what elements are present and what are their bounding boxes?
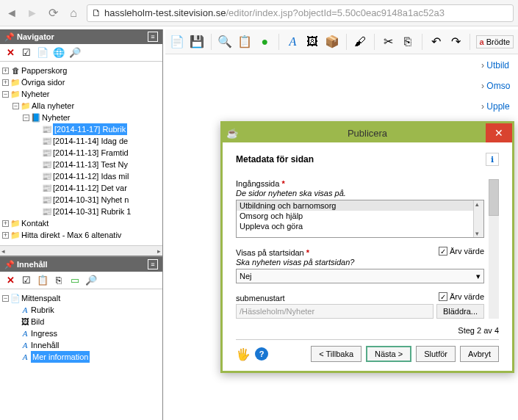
tree-item-article[interactable]: 📰[2014-10-31] Nyhet n	[1, 194, 162, 206]
cut-icon[interactable]: ✂	[381, 34, 396, 50]
list-item[interactable]: Utbildning och barnomsorg	[237, 200, 483, 211]
tree-item-trash[interactable]: +🗑Papperskorg	[1, 65, 162, 76]
find-icon[interactable]: 🔎	[69, 47, 81, 59]
back-button[interactable]: ◄	[4, 6, 19, 21]
panel-menu-icon[interactable]: ≡	[148, 32, 158, 42]
next-button[interactable]: Nästa >	[366, 346, 411, 362]
url-host: hassleholm-test.sitevision.se	[104, 7, 226, 18]
forward-button[interactable]: ►	[25, 6, 40, 21]
field-label: Visas på startsidan *	[236, 248, 309, 257]
publish-icon[interactable]: ●	[257, 34, 273, 50]
check-icon[interactable]: ☑	[21, 275, 32, 286]
check-icon[interactable]: ☑	[21, 47, 32, 59]
globe-icon[interactable]: 🌐	[53, 47, 65, 59]
reload-button[interactable]: ⟳	[46, 6, 60, 21]
style-selector[interactable]: aBrödte	[476, 35, 514, 48]
finish-button[interactable]: Slutför	[416, 346, 456, 362]
dialog-title: Publicera	[348, 128, 387, 139]
navigator-toolbar: ✕ ☑ 📄 🌐 🔎	[0, 44, 162, 62]
section-header: Metadata för sidan	[236, 154, 314, 164]
left-column: 📌 Navigator ≡ ✕ ☑ 📄 🌐 🔎 +🗑Papperskorg +📁…	[0, 29, 163, 420]
inherit-checkbox[interactable]: ✓Ärv värde	[439, 292, 484, 301]
browse-button[interactable]: Bläddra...	[436, 304, 484, 319]
url-path: /editor/index.jsp?objectId=5.50c0eac9148…	[226, 7, 444, 18]
clipboard-icon[interactable]: 📋	[37, 275, 48, 286]
home-button[interactable]: ⌂	[66, 6, 81, 21]
find-icon[interactable]: 🔎	[85, 275, 97, 286]
tree-item-article[interactable]: 📰[2014-11-12] Det var	[1, 182, 162, 194]
url-input[interactable]: 🗋 hassleholm-test.sitevision.se/editor/i…	[87, 4, 514, 22]
form-scroll-area: Ingångssida * De sidor nyheten ska visas…	[236, 179, 499, 319]
tree-item-article[interactable]: 📰[2014-10-31] Rubrik 1	[1, 206, 162, 217]
undo-icon[interactable]: ↶	[428, 34, 444, 50]
search-icon[interactable]: 🔍	[217, 34, 233, 50]
java-icon: ☕	[226, 126, 239, 140]
field-desc: De sidor nyheten ska visas på.	[236, 189, 484, 198]
delete-icon[interactable]: ✕	[4, 47, 16, 59]
delete-icon[interactable]: ✕	[4, 275, 16, 286]
copy-icon[interactable]: ⎘	[53, 275, 65, 286]
content-tree[interactable]: −📄Mittenspalt ARubrik 🖼Bild AIngress AIn…	[0, 289, 162, 366]
dialog-titlebar[interactable]: ☕ Publicera ✕	[223, 123, 512, 142]
page-icon[interactable]: 📄	[170, 34, 185, 50]
pin-icon: 📌	[4, 32, 15, 41]
list-item[interactable]: Uppleva och göra	[237, 221, 483, 231]
navigator-header: 📌 Navigator ≡	[0, 29, 162, 44]
tree-item-news[interactable]: −📁Nyheter	[1, 88, 162, 100]
chevron-down-icon: ▾	[476, 272, 481, 281]
wizard-buttons: 🖐 ? < Tillbaka Nästa > Slutför Avbryt	[236, 339, 499, 365]
ingang-listbox[interactable]: Utbildning och barnomsorg Omsorg och hjä…	[236, 200, 484, 238]
tree-item[interactable]: 🖼Bild	[1, 316, 162, 327]
tree-item-other[interactable]: +📁Övriga sidor	[1, 76, 162, 88]
box-icon[interactable]: ▭	[69, 275, 81, 286]
tree-item-article[interactable]: 📰[2014-11-17] Rubrik	[1, 123, 162, 135]
list-item[interactable]: Omsorg och hjälp	[237, 211, 483, 221]
brush-icon[interactable]: 🖌	[353, 34, 368, 50]
module-icon[interactable]: 📦	[325, 34, 340, 50]
doc-icon[interactable]: 📄	[37, 47, 48, 59]
link[interactable]: Upple	[481, 101, 510, 112]
inherit-checkbox[interactable]: ✓Ärv värde	[439, 247, 484, 256]
save-icon[interactable]: 💾	[190, 34, 205, 50]
redo-icon[interactable]: ↷	[448, 34, 464, 50]
close-button[interactable]: ✕	[486, 123, 512, 142]
content-panel: 📌 Innehåll ≡ ✕ ☑ 📋 ⎘ ▭ 🔎 −📄Mittenspalt A…	[0, 257, 162, 366]
navigator-panel: 📌 Navigator ≡ ✕ ☑ 📄 🌐 🔎 +🗑Papperskorg +📁…	[0, 29, 162, 257]
accessibility-icon[interactable]: 🖐	[236, 347, 251, 361]
tree-item-findfast[interactable]: +📁Hitta direkt - Max 6 altenativ	[1, 229, 162, 241]
startpage-select[interactable]: Nej ▾	[236, 269, 484, 283]
link[interactable]: Omso	[481, 81, 510, 91]
tree-item-root[interactable]: −📄Mittenspalt	[1, 292, 162, 304]
tree-item[interactable]: ARubrik	[1, 304, 162, 316]
font-icon[interactable]: A	[285, 34, 301, 50]
tree-item-allnews[interactable]: −📁Alla nyheter	[1, 100, 162, 112]
tree-item[interactable]: AMer information	[1, 351, 162, 363]
back-button[interactable]: < Tillbaka	[311, 346, 361, 362]
scrollbar-thumb[interactable]	[489, 179, 499, 216]
panel-menu-icon[interactable]: ≡	[148, 259, 158, 269]
h-scrollbar[interactable]: ◂▸	[0, 245, 162, 256]
info-icon[interactable]: ℹ	[486, 153, 499, 166]
tree-item-article[interactable]: 📰[2014-11-13] Framtid	[1, 147, 162, 159]
tree-item[interactable]: AInnehåll	[1, 339, 162, 351]
tree-item-article[interactable]: 📰[2014-11-14] Idag de	[1, 135, 162, 147]
image-icon[interactable]: 🖼	[305, 34, 320, 50]
copy-icon[interactable]: 📋	[237, 34, 253, 50]
listbox-scrollbar[interactable]	[473, 200, 483, 237]
tree-item[interactable]: AIngress	[1, 327, 162, 339]
tree-item-news2[interactable]: −📘Nyheter	[1, 112, 162, 123]
content-header: 📌 Innehåll ≡	[0, 257, 162, 272]
copy2-icon[interactable]: ⎘	[400, 34, 416, 50]
help-icon[interactable]: ?	[255, 347, 268, 361]
cancel-button[interactable]: Avbryt	[460, 346, 499, 362]
tree-item-article[interactable]: 📰[2014-11-13] Test Ny	[1, 159, 162, 170]
field-label: Ingångssida *	[236, 179, 484, 188]
field-desc: Ska nyheten visas på startsidan?	[236, 258, 484, 267]
submenu-path-input[interactable]: /Hässleholm/Nyheter	[236, 304, 434, 319]
navigator-tree[interactable]: +🗑Papperskorg +📁Övriga sidor −📁Nyheter −…	[0, 62, 162, 244]
field-label: submenustart	[236, 294, 285, 303]
link[interactable]: Utbild	[481, 60, 510, 70]
step-indicator: Steg 2 av 4	[236, 326, 499, 335]
tree-item-article[interactable]: 📰[2014-11-12] Idas mil	[1, 170, 162, 182]
tree-item-contact[interactable]: +📁Kontakt	[1, 217, 162, 229]
